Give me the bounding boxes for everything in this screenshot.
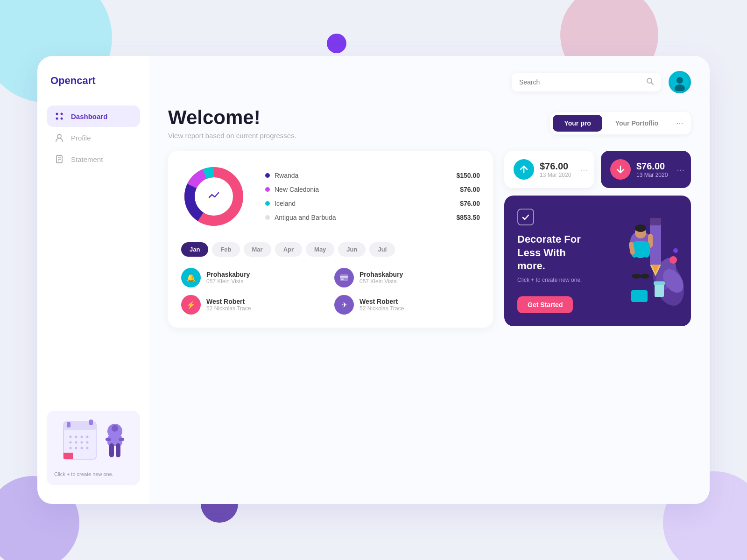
tx-card-more-light[interactable]: ··· — [580, 164, 588, 175]
svg-rect-30 — [116, 443, 120, 457]
svg-point-18 — [75, 441, 78, 444]
legend-dot-rwanda — [265, 173, 270, 178]
svg-point-54 — [635, 224, 646, 232]
sidebar-item-statement[interactable]: Statement — [47, 148, 140, 170]
donut-inner — [207, 190, 220, 203]
transaction-1: Prohaskabury 057 Klein Vista — [334, 268, 480, 287]
sidebar-item-statement-label: Statement — [71, 155, 103, 163]
tx-info-3: West Robert 52 Nickolas Trace — [359, 298, 404, 312]
month-tab-apr[interactable]: Apr — [275, 242, 302, 257]
month-tab-jun[interactable]: Jun — [338, 242, 366, 257]
tx-info-2: West Robert 52 Nickolas Trace — [206, 298, 251, 312]
search-bar[interactable] — [512, 73, 661, 91]
transaction-0: 🔔 Prohaskabury 057 Klein Vista — [181, 268, 327, 287]
svg-point-3 — [61, 118, 63, 120]
promo-illustration — [594, 209, 678, 313]
search-input[interactable] — [519, 78, 641, 86]
sidebar-item-dashboard-label: Dashboard — [71, 112, 107, 120]
chart-card: Rwanda $150.00 New Caledonia $76.00 — [168, 151, 493, 328]
svg-point-22 — [75, 447, 78, 449]
svg-point-27 — [112, 425, 118, 432]
promo-cta-button[interactable]: Get Started — [517, 296, 573, 313]
promo-check-icon — [517, 209, 534, 225]
sidebar-nav: Dashboard Profile — [47, 105, 140, 170]
svg-rect-44 — [341, 279, 344, 280]
legend-dot-iceland — [265, 201, 270, 206]
tx-cards-row: $76.00 13 Mar 2020 ··· $76.00 — [504, 151, 691, 188]
legend-value-rwanda: $150.00 — [456, 172, 480, 179]
tx-icon-2: ⚡ — [181, 295, 201, 315]
svg-point-16 — [86, 436, 89, 438]
legend-label-new-caledonia: New Caledonia — [275, 186, 319, 193]
tx-card-more-dark[interactable]: ··· — [677, 164, 684, 175]
app-container: Opencart Dashboard — [37, 56, 710, 504]
donut-chart — [181, 164, 247, 229]
tx-icon-1 — [334, 268, 354, 287]
sidebar-item-profile[interactable]: Profile — [47, 127, 140, 148]
svg-rect-58 — [641, 257, 648, 276]
profile-icon — [54, 133, 64, 143]
tx-icon-0: 🔔 — [181, 268, 201, 287]
month-tab-jan[interactable]: Jan — [181, 242, 208, 257]
sidebar: Opencart Dashboard — [37, 56, 149, 504]
month-tab-may[interactable]: May — [306, 242, 334, 257]
tx-card-amount-dark: $76.00 — [636, 161, 668, 172]
sidebar-card-text: Click + to create new one. — [54, 470, 133, 479]
svg-point-59 — [632, 274, 641, 279]
legend-value-antigua: $853.50 — [456, 214, 480, 221]
svg-point-19 — [81, 441, 83, 444]
svg-rect-43 — [340, 276, 348, 278]
legend-value-iceland: $76.00 — [460, 200, 480, 207]
svg-point-20 — [86, 441, 89, 444]
tx-addr-1: 057 Klein Vista — [359, 278, 403, 285]
month-tab-feb[interactable]: Feb — [212, 242, 240, 257]
svg-rect-25 — [63, 453, 73, 459]
legend-item-antigua: Antigua and Barbuda $853.50 — [265, 214, 480, 221]
svg-point-2 — [56, 118, 58, 120]
content-grid: Rwanda $150.00 New Caledonia $76.00 — [168, 151, 691, 328]
legend-item-new-caledonia: New Caledonia $76.00 — [265, 186, 480, 193]
right-column: $76.00 13 Mar 2020 ··· $76.00 — [504, 151, 691, 328]
welcome-subtitle: View report based on current progresses. — [168, 132, 296, 140]
tx-addr-3: 52 Nickolas Trace — [359, 305, 404, 312]
transactions-list: 🔔 Prohaskabury 057 Klein Vista — [181, 268, 480, 315]
tab-your-portfolio[interactable]: Your Portoflio — [604, 115, 669, 132]
tx-addr-0: 057 Klein Vista — [206, 278, 250, 285]
tx-card-icon-dark — [610, 159, 631, 180]
bg-circle-3 — [327, 34, 346, 53]
svg-line-34 — [651, 83, 653, 84]
chart-legend: Rwanda $150.00 New Caledonia $76.00 — [265, 172, 480, 221]
tx-card-date-dark: 13 Mar 2020 — [636, 172, 668, 178]
svg-point-13 — [70, 436, 72, 438]
svg-rect-57 — [633, 257, 640, 276]
tx-name-3: West Robert — [359, 298, 404, 305]
svg-rect-64 — [655, 283, 664, 297]
month-tab-jul[interactable]: Jul — [369, 242, 395, 257]
tx-card-light: $76.00 13 Mar 2020 ··· — [504, 151, 594, 188]
svg-rect-11 — [89, 420, 93, 425]
more-options-btn[interactable]: ··· — [671, 115, 688, 132]
sidebar-illustration — [54, 417, 129, 469]
avatar[interactable] — [669, 71, 691, 93]
svg-point-4 — [57, 134, 61, 138]
tab-buttons: Your pro Your Portoflio ··· — [550, 112, 691, 134]
month-tab-mar[interactable]: Mar — [244, 242, 271, 257]
svg-point-14 — [75, 436, 78, 438]
main-content: Welcome! View report based on current pr… — [149, 56, 710, 504]
svg-rect-31 — [106, 438, 111, 441]
svg-point-23 — [81, 447, 83, 449]
chart-area: Rwanda $150.00 New Caledonia $76.00 — [181, 164, 480, 229]
svg-rect-49 — [650, 218, 661, 225]
svg-point-36 — [677, 77, 683, 84]
svg-point-1 — [61, 113, 63, 115]
transaction-2: ⚡ West Robert 52 Nickolas Trace — [181, 295, 327, 315]
sidebar-item-dashboard[interactable]: Dashboard — [47, 105, 140, 127]
transaction-3: ✈ West Robert 52 Nickolas Trace — [334, 295, 480, 315]
svg-point-24 — [86, 447, 89, 449]
tx-card-date-light: 13 Mar 2020 — [540, 172, 571, 178]
sidebar-promo-card: Click + to create new one. — [47, 411, 140, 485]
tx-info-1: Prohaskabury 057 Klein Vista — [359, 271, 403, 285]
legend-label-iceland: Iceland — [275, 200, 296, 207]
tab-your-pro[interactable]: Your pro — [553, 115, 602, 132]
tx-name-0: Prohaskabury — [206, 271, 250, 278]
